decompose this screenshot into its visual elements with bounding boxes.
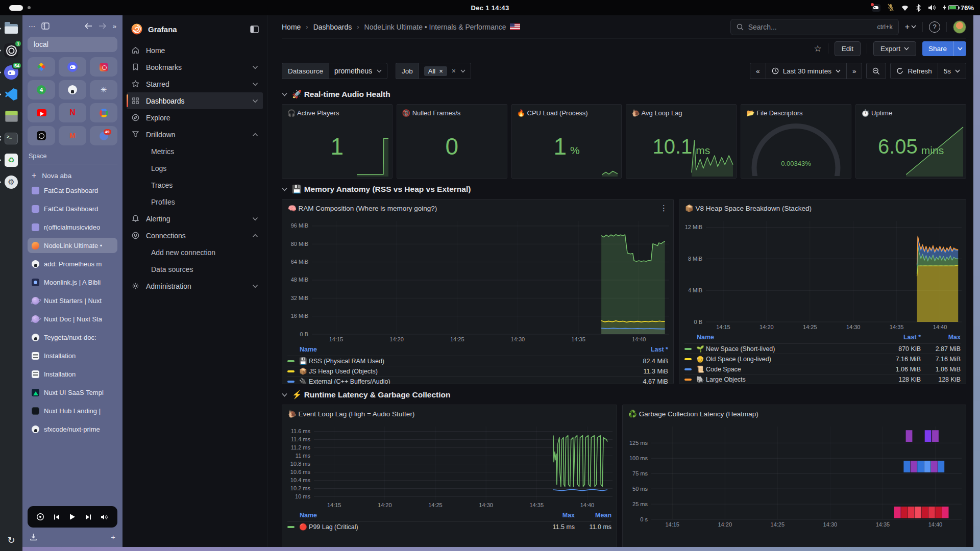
back-icon[interactable] (84, 23, 92, 29)
legend-header-col[interactable]: Mean (575, 512, 611, 519)
forward-icon[interactable] (99, 23, 107, 29)
sidebar-item-metrics[interactable]: Metrics (127, 143, 263, 160)
pinned-site-sparkle[interactable] (28, 57, 55, 77)
gc-heatmap-chart[interactable]: 14:1514:2014:2514:3014:3514:400 s25 ms50… (623, 422, 966, 529)
refresh-button[interactable]: Refresh (891, 63, 938, 79)
legend-header-col[interactable]: Last * (881, 334, 921, 341)
pinned-site-badge49[interactable] (90, 126, 117, 145)
sidebar-item-profiles[interactable]: Profiles (127, 193, 263, 210)
play-icon[interactable] (69, 513, 76, 520)
sidebar-item-traces[interactable]: Traces (127, 177, 263, 193)
tab-add-prometheus-m[interactable]: add: Prometheus m (28, 256, 117, 271)
microphone-muted-icon[interactable] (887, 4, 894, 12)
sidebar-item-dashboards[interactable]: Dashboards (127, 92, 263, 109)
time-range-button[interactable]: Last 30 minutes (766, 63, 847, 79)
tab-nuxt-starters-nuxt[interactable]: Nuxt Starters | Nuxt (28, 293, 117, 308)
volume-icon[interactable] (928, 4, 936, 11)
sidebar-item-connections[interactable]: Connections (127, 227, 263, 244)
pinned-site-youtube[interactable] (28, 103, 55, 122)
tab-fatcat-dashboard[interactable]: FatCat Dashboard (28, 201, 117, 216)
help-button[interactable]: ? (929, 21, 940, 33)
legend-row[interactable]: 📦 JS Heap Used (Objects)11.3 MiB (287, 366, 668, 376)
pinned-site-counter4[interactable] (28, 80, 55, 99)
sidebar-item-add-new-connection[interactable]: Add new connection (127, 244, 263, 261)
remove-chip-icon[interactable]: × (439, 67, 443, 75)
stat-panel-avg-loop-lag[interactable]: 🐌 Avg Loop Lag 10.1ms (626, 104, 737, 179)
sidebar-item-logs[interactable]: Logs (127, 160, 263, 177)
dock-item-settings[interactable] (3, 174, 19, 190)
legend-row[interactable]: 🔌 External (C++ Buffers/Audio)4.67 MiB (287, 376, 668, 384)
breadcrumb-dashboards[interactable]: Dashboards (313, 23, 352, 31)
datasource-select[interactable]: prometheus (329, 63, 387, 79)
zoom-out-button[interactable] (866, 63, 886, 79)
star-dashboard-button[interactable]: ☆ (814, 43, 821, 54)
refresh-interval-button[interactable]: 5s (938, 63, 966, 79)
tab-fatcat-dashboard[interactable]: FatCat Dashboard (28, 183, 117, 198)
add-button[interactable]: + (905, 22, 916, 32)
stat-panel-nulled-frames[interactable]: 📵 Nulled Frames/s 0 (397, 104, 507, 179)
sidebar-item-explore[interactable]: Explore (127, 109, 263, 126)
legend-header-name[interactable]: Name (684, 334, 881, 341)
tab-nodelink-ultimate-[interactable]: NodeLink Ultimate • (28, 238, 117, 253)
legend-row[interactable]: 📜 Code Space1.06 MiB1.06 MiB (684, 364, 961, 374)
dock-item-prism-launcher[interactable] (3, 108, 19, 124)
legend-header-name[interactable]: Name (287, 512, 538, 519)
legend-row[interactable]: 👴 Old Space (Long-lived)7.16 MiB7.16 MiB (684, 354, 961, 364)
menu-dots-icon[interactable]: ⋯ (29, 22, 35, 30)
new-tab-button[interactable]: + Nova aba (28, 168, 117, 183)
legend-row[interactable]: 💾 RSS (Physical RAM Used)82.4 MiB (287, 356, 668, 366)
dock-item-zen-browser[interactable]: 1 (3, 42, 19, 59)
section-row-memory-anatomy[interactable]: 💾 Memory Anatomy (RSS vs Heap vs Externa… (282, 180, 966, 199)
export-button[interactable]: Export (873, 41, 916, 56)
media-volume-icon[interactable] (101, 514, 109, 520)
tab-installation[interactable]: Installation (28, 366, 117, 382)
pinned-site-gmail[interactable] (59, 126, 86, 145)
breadcrumb-home[interactable]: Home (282, 23, 301, 31)
time-shift-back-button[interactable]: « (750, 63, 766, 79)
active-workspace-pill[interactable] (9, 5, 23, 11)
stat-panel-active-players[interactable]: 🎧 Active Players 1 (282, 104, 393, 179)
pinned-site-netflix[interactable] (59, 103, 86, 122)
media-source-icon[interactable] (36, 513, 44, 521)
pinned-site-target[interactable] (28, 126, 55, 145)
dock-sidebar-icon[interactable] (250, 26, 259, 33)
stat-panel-uptime[interactable]: ⏱️ Uptime 6.05mins (855, 104, 966, 179)
v8-chart[interactable]: 14:1514:2014:2514:3014:3514:400 B4 MiB8 … (679, 217, 966, 331)
next-track-icon[interactable] (85, 514, 92, 520)
clock[interactable]: Dec 1 14:43 (471, 4, 509, 12)
share-dropdown-button[interactable] (953, 41, 966, 56)
add-tab-icon[interactable]: + (111, 533, 115, 541)
ram-composition-panel[interactable]: 🧠 RAM Composition (Where is memory going… (282, 199, 674, 384)
sidebar-item-drilldown[interactable]: Drilldown (127, 126, 263, 143)
dock-item-file-manager[interactable] (3, 20, 19, 37)
tab-r-officialmusicvideo[interactable]: r(officialmusicvideo (28, 219, 117, 235)
edit-button[interactable]: Edit (835, 41, 861, 56)
event-loop-lag-panel[interactable]: 🐌 Event Loop Lag (High = Audio Stutter) … (282, 405, 617, 547)
expand-icon[interactable]: » (113, 22, 116, 30)
sidebar-item-alerting[interactable]: Alerting (127, 210, 263, 227)
tab-nuxt-ui-saas-templ[interactable]: Nuxt UI SaaS Templ (28, 385, 117, 400)
sidebar-item-starred[interactable]: Starred (127, 76, 263, 92)
clear-icon[interactable]: × (452, 67, 456, 75)
job-chip[interactable]: All× (424, 66, 447, 76)
discord-tray-icon[interactable] (872, 4, 880, 12)
bluetooth-icon[interactable] (916, 4, 921, 12)
panel-menu-icon[interactable]: ⋮ (660, 204, 668, 213)
tab-moonlink-js-a-bibli[interactable]: Moonlink.js | A Bibli (28, 274, 117, 290)
battery-indicator[interactable]: 76% (943, 4, 974, 12)
section-row-audio-health[interactable]: 🚀 Real-time Audio Health (282, 85, 966, 104)
stat-panel-file-descriptors[interactable]: 📂 File Descriptors 0.00343% (741, 104, 851, 179)
section-row-runtime-latency[interactable]: ⚡ Runtime Latency & Garbage Collection (282, 385, 966, 405)
tab-nuxt-doc-nuxt-sta[interactable]: Nuxt Doc | Nuxt Sta (28, 311, 117, 327)
sidebar-item-administration[interactable]: Administration (127, 278, 263, 294)
legend-row[interactable]: 🔴 P99 Lag (Critical)11.5 ms11.0 ms (287, 521, 611, 532)
pinned-site-discord[interactable] (59, 57, 86, 77)
tab-nuxt-hub-landing-[interactable]: Nuxt Hub Landing | (28, 403, 117, 418)
pinned-site-openai[interactable] (90, 80, 117, 99)
sidebar-item-data-sources[interactable]: Data sources (127, 261, 263, 278)
dock-item-discord[interactable]: 54 (3, 64, 19, 81)
dock-item-terminal[interactable] (3, 130, 19, 146)
ram-chart[interactable]: 14:1514:2014:2514:3014:3514:400 B16 MiB3… (282, 217, 673, 343)
legend-header-col[interactable]: Max (921, 334, 961, 341)
downloads-icon[interactable] (30, 533, 37, 541)
